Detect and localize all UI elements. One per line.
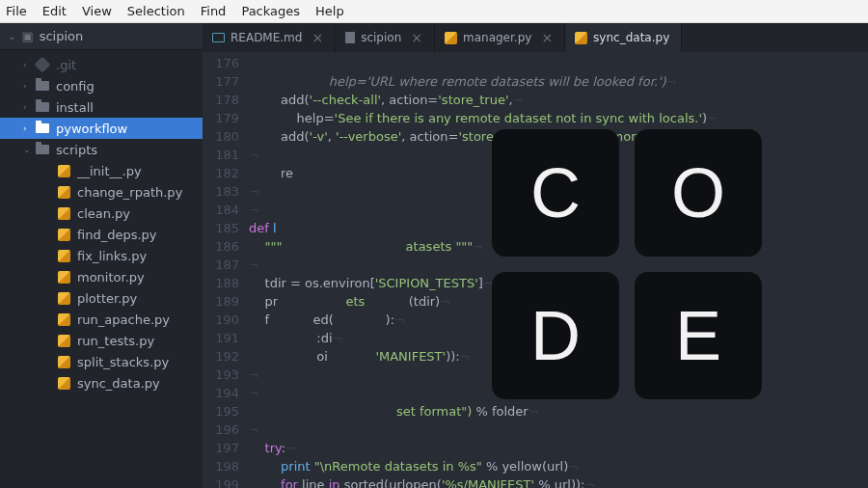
arrow-icon: › <box>23 123 35 133</box>
tab-sync_data-py[interactable]: sync_data.py <box>565 23 682 52</box>
tree-item-install[interactable]: ›install <box>0 96 203 118</box>
tree-item-label: clean.py <box>77 206 130 221</box>
tree-item-run_tests-py[interactable]: run_tests.py <box>0 330 203 351</box>
python-icon <box>56 229 71 241</box>
python-icon <box>575 32 587 44</box>
tree-item-run_apache-py[interactable]: run_apache.py <box>0 309 203 330</box>
tab-bar: README.md×scipion×manager.py×sync_data.p… <box>203 23 868 52</box>
markdown-icon <box>212 33 225 42</box>
tree-item-label: run_tests.py <box>77 334 154 348</box>
tree-item-find_deps-py[interactable]: find_deps.py <box>0 224 203 245</box>
tree-item-config[interactable]: ›config <box>0 75 203 96</box>
project-name: scipion <box>40 29 84 43</box>
tree-item-change_rpath-py[interactable]: change_rpath.py <box>0 181 203 203</box>
python-icon <box>445 32 457 44</box>
tree-item-label: __init__.py <box>77 164 142 178</box>
tree-item-monitor-py[interactable]: monitor.py <box>0 266 203 287</box>
tree-item-clean-py[interactable]: clean.py <box>0 203 203 224</box>
tab-label: manager.py <box>463 31 531 44</box>
tree-item-label: .git <box>56 58 76 72</box>
python-icon <box>56 186 71 199</box>
tree-item-label: install <box>56 100 94 115</box>
menu-help[interactable]: Help <box>315 4 344 18</box>
tree-item-fix_links-py[interactable]: fix_links.py <box>0 245 203 266</box>
tree-item-plotter-py[interactable]: plotter.py <box>0 287 203 309</box>
menu-view[interactable]: View <box>82 4 112 18</box>
tree-item-label: pyworkflow <box>56 122 127 136</box>
close-icon[interactable]: × <box>312 30 323 45</box>
tree-item-__init__-py[interactable]: __init__.py <box>0 160 203 181</box>
tree-item-label: find_deps.py <box>77 228 157 242</box>
menu-edit[interactable]: Edit <box>42 4 67 18</box>
tab-label: sync_data.py <box>593 31 669 44</box>
menu-file[interactable]: File <box>6 4 27 18</box>
tab-manager-py[interactable]: manager.py× <box>435 23 565 52</box>
git-icon <box>35 59 50 70</box>
arrow-icon: › <box>23 102 35 112</box>
tab-scipion[interactable]: scipion× <box>336 23 435 52</box>
menu-packages[interactable]: Packages <box>241 4 300 18</box>
folder-icon <box>35 123 50 133</box>
tree-item-scripts[interactable]: ⌄scripts <box>0 139 203 160</box>
python-icon <box>56 271 71 284</box>
project-icon: ▣ <box>21 29 33 43</box>
tree-item-split_stacks-py[interactable]: split_stacks.py <box>0 351 203 372</box>
folder-icon <box>35 145 50 154</box>
python-icon <box>56 377 71 390</box>
python-icon <box>56 165 71 177</box>
python-icon <box>56 207 71 220</box>
menu-bar: FileEditViewSelectionFindPackagesHelp <box>0 0 868 23</box>
tree-item-pyworkflow[interactable]: ›pyworkflow <box>0 118 203 139</box>
project-header[interactable]: ⌄ ▣ scipion <box>0 23 203 50</box>
close-icon[interactable]: × <box>411 30 422 45</box>
python-icon <box>56 292 71 305</box>
file-icon <box>345 32 355 43</box>
workspace: ⌄ ▣ scipion ›.git›config›install›pyworkf… <box>0 23 868 488</box>
python-icon <box>56 250 71 262</box>
line-gutter: 176 177 178 179 180 181 182 183 184 185 … <box>203 52 249 488</box>
tree-item-sync_data-py[interactable]: sync_data.py <box>0 372 203 393</box>
menu-selection[interactable]: Selection <box>127 4 185 18</box>
tree-item-label: config <box>56 79 95 94</box>
menu-find[interactable]: Find <box>201 4 227 18</box>
chevron-down-icon: ⌄ <box>8 31 15 41</box>
code-editor[interactable]: 176 177 178 179 180 181 182 183 184 185 … <box>203 52 868 488</box>
code-lines: help='URL where remote datasets will be … <box>249 52 868 488</box>
tab-README-md[interactable]: README.md× <box>203 23 336 52</box>
folder-icon <box>35 81 50 91</box>
file-tree-sidebar: ⌄ ▣ scipion ›.git›config›install›pyworkf… <box>0 23 203 488</box>
tab-label: scipion <box>361 31 401 44</box>
arrow-icon: › <box>23 60 35 69</box>
tree-item-label: plotter.py <box>77 291 137 306</box>
close-icon[interactable]: × <box>541 30 553 45</box>
python-icon <box>56 335 71 347</box>
file-tree: ›.git›config›install›pyworkflow⌄scripts_… <box>0 50 203 488</box>
arrow-icon: ⌄ <box>23 145 35 154</box>
python-icon <box>56 313 71 326</box>
tree-item-label: fix_links.py <box>77 249 147 263</box>
folder-icon <box>35 102 50 112</box>
tree-item-label: change_rpath.py <box>77 185 182 200</box>
tree-item-label: run_apache.py <box>77 312 170 327</box>
tree-item--git[interactable]: ›.git <box>0 54 203 75</box>
tree-item-label: sync_data.py <box>77 376 160 391</box>
python-icon <box>56 356 71 368</box>
tree-item-label: scripts <box>56 143 97 157</box>
tree-item-label: monitor.py <box>77 270 145 285</box>
tab-label: README.md <box>231 31 302 44</box>
editor-area: README.md×scipion×manager.py×sync_data.p… <box>203 23 868 488</box>
tree-item-label: split_stacks.py <box>77 355 169 369</box>
arrow-icon: › <box>23 81 35 91</box>
